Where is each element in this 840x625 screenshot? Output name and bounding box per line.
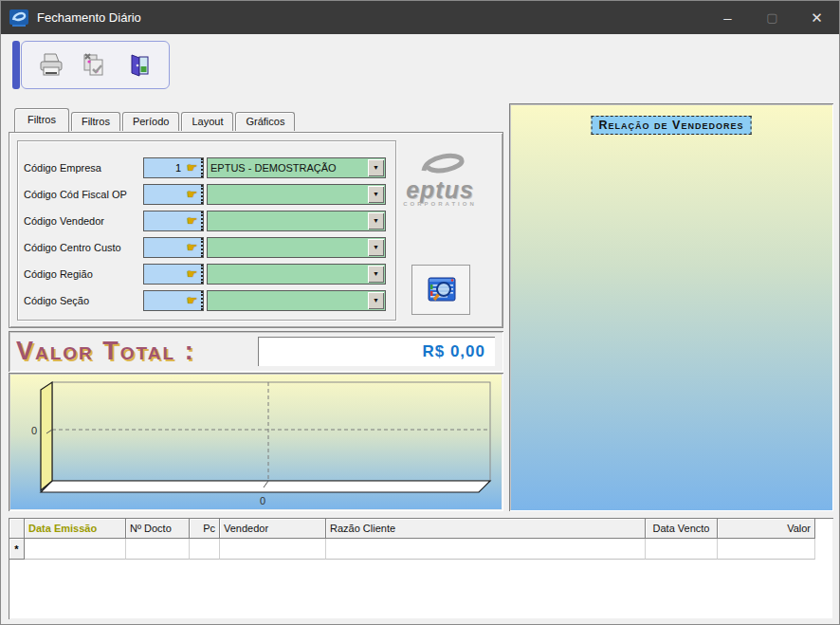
lookup-hand-icon[interactable]: ☛: [183, 265, 203, 284]
code-field-wrap: ☛: [143, 184, 204, 205]
empresa-combo[interactable]: EPTUS - DEMOSTRAÇÃO ▼: [207, 157, 386, 178]
cell-pc: [190, 539, 220, 560]
cod-fiscal-op-input[interactable]: [144, 185, 183, 204]
field-row-secao: Código Seção ☛ ▼: [24, 289, 395, 311]
filters-tab-page: Código Empresa ☛ EPTUS - DEMOSTRAÇÃO ▼ C…: [9, 132, 503, 328]
eptus-logo: eptus CORPORATION: [393, 152, 487, 207]
secao-combo[interactable]: ▼: [207, 290, 386, 311]
eptus-logo-tagline: CORPORATION: [393, 201, 487, 207]
app-logo-icon[interactable]: [9, 9, 28, 28]
chevron-down-icon[interactable]: ▼: [368, 212, 384, 230]
cell-num-docto: [126, 539, 190, 560]
chevron-down-icon[interactable]: ▼: [368, 159, 384, 176]
chart-y-tick-label: 0: [31, 425, 37, 436]
cell-vendedor: [220, 539, 326, 560]
cell-data-vencto: [646, 539, 718, 560]
minimize-button[interactable]: –: [705, 1, 750, 34]
printer-icon: [37, 52, 65, 79]
report-preview-button[interactable]: [411, 265, 470, 315]
lookup-hand-icon[interactable]: ☛: [183, 185, 203, 204]
tab-strip: Filtros Filtros Período Layout Gráficos: [14, 107, 295, 131]
col-header-vendedor[interactable]: Vendedor: [220, 519, 326, 539]
field-label: Código Cód Fiscal OP: [24, 189, 143, 200]
centro-custo-combo[interactable]: ▼: [207, 237, 386, 258]
exit-button[interactable]: [123, 49, 155, 82]
codigo-empresa-input[interactable]: [144, 158, 183, 177]
cod-fiscal-op-combo[interactable]: ▼: [207, 184, 386, 205]
code-field-wrap: ☛: [143, 237, 204, 258]
report-title: Relação de Vendedores: [592, 116, 752, 135]
col-header-razao-cliente[interactable]: Razão Cliente: [326, 519, 646, 539]
regiao-combo[interactable]: ▼: [207, 264, 386, 285]
vendedor-combo[interactable]: ▼: [207, 211, 386, 231]
lookup-hand-icon[interactable]: ☛: [183, 211, 203, 230]
col-header-pc[interactable]: Pc: [190, 519, 220, 539]
field-row-codigo-empresa: Código Empresa ☛ EPTUS - DEMOSTRAÇÃO ▼: [24, 156, 395, 178]
window-controls: – ▢ ✕: [705, 1, 839, 34]
grid-new-row[interactable]: *: [9, 539, 833, 560]
print-button[interactable]: [35, 49, 67, 82]
field-row-vendedor: Código Vendedor ☛ ▼: [24, 210, 395, 231]
cell-razao-cliente: [326, 539, 646, 560]
new-row-indicator: *: [9, 539, 25, 560]
field-row-regiao: Código Região ☛ ▼: [24, 263, 395, 285]
app-window: Fechamento Diário – ▢ ✕: [0, 0, 840, 625]
secao-input[interactable]: [144, 291, 183, 310]
chevron-down-icon[interactable]: ▼: [368, 186, 384, 203]
tab-graficos[interactable]: Gráficos: [235, 112, 295, 131]
titlebar: Fechamento Diário – ▢ ✕: [1, 1, 839, 34]
code-field-wrap: ☛: [143, 211, 204, 231]
grid-header-row: Data Emissão Nº Docto Pc Vendedor Razão …: [9, 519, 833, 539]
cell-data-emissao: [25, 539, 126, 560]
field-label: Código Seção: [24, 295, 143, 306]
code-field-wrap: ☛: [143, 157, 204, 178]
col-header-num-docto[interactable]: Nº Docto: [126, 519, 190, 539]
centro-custo-input[interactable]: [144, 238, 183, 257]
close-button[interactable]: ✕: [794, 1, 839, 34]
field-row-cod-fiscal-op: Código Cód Fiscal OP ☛ ▼: [24, 183, 395, 205]
code-field-wrap: ☛: [143, 264, 204, 285]
chart-panel: 0 0: [9, 373, 503, 511]
toolbar: [21, 41, 170, 89]
report-preview-icon: [424, 275, 458, 305]
field-label: Código Centro Custo: [24, 242, 143, 253]
code-field-wrap: ☛: [143, 290, 204, 311]
cell-valor: [718, 539, 815, 560]
field-label: Código Região: [24, 268, 143, 280]
chart-left-wall: [41, 382, 52, 490]
lookup-hand-icon[interactable]: ☛: [183, 238, 203, 257]
vendedor-input[interactable]: [144, 211, 183, 230]
field-label: Código Empresa: [24, 162, 143, 174]
chevron-down-icon[interactable]: ▼: [368, 292, 384, 309]
eptus-swoosh-icon: [412, 152, 467, 176]
col-header-data-vencto[interactable]: Data Vencto: [646, 519, 718, 539]
empty-bar-chart: 0 0: [10, 375, 502, 509]
chevron-down-icon[interactable]: ▼: [368, 266, 384, 283]
filters-groupbox: Código Empresa ☛ EPTUS - DEMOSTRAÇÃO ▼ C…: [17, 140, 396, 321]
eptus-logo-name: eptus: [393, 180, 487, 199]
valor-total-panel: Valor Total : R$ 0,00: [9, 331, 503, 372]
window-title: Fechamento Diário: [37, 10, 141, 25]
print-setup-button[interactable]: [79, 49, 111, 82]
lookup-hand-icon[interactable]: ☛: [183, 291, 203, 310]
maximize-button[interactable]: ▢: [750, 1, 794, 34]
field-label: Código Vendedor: [24, 215, 143, 227]
grid-indicator-header: [9, 519, 25, 539]
tab-periodo[interactable]: Período: [122, 112, 180, 131]
col-header-data-emissao[interactable]: Data Emissão: [25, 519, 126, 539]
tab-filtros-2[interactable]: Filtros: [71, 112, 120, 131]
lookup-hand-icon[interactable]: ☛: [183, 158, 203, 177]
print-setup-icon: [81, 52, 109, 79]
report-panel: Relação de Vendedores: [509, 103, 833, 511]
field-row-centro-custo: Código Centro Custo ☛ ▼: [24, 236, 395, 258]
tab-layout[interactable]: Layout: [181, 112, 233, 131]
chart-x-tick-label: 0: [260, 495, 265, 506]
combo-selected-text: EPTUS - DEMOSTRAÇÃO: [208, 162, 368, 174]
tab-filtros-1[interactable]: Filtros: [14, 108, 69, 132]
toolbar-gripper[interactable]: [12, 41, 20, 89]
regiao-input[interactable]: [144, 265, 183, 284]
chevron-down-icon[interactable]: ▼: [368, 239, 384, 256]
col-header-valor[interactable]: Valor: [718, 519, 815, 539]
valor-total-label: Valor Total :: [16, 337, 195, 366]
valor-total-value[interactable]: R$ 0,00: [258, 337, 495, 366]
